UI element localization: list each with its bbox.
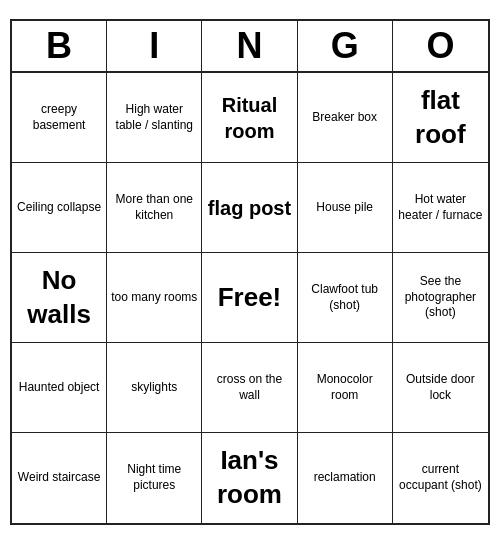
bingo-cell-10: No walls bbox=[12, 253, 107, 343]
bingo-card: BINGO creepy basementHigh water table / … bbox=[10, 19, 490, 525]
bingo-cell-20: Weird staircase bbox=[12, 433, 107, 523]
bingo-cell-15: Haunted object bbox=[12, 343, 107, 433]
bingo-cell-19: Outside door lock bbox=[393, 343, 488, 433]
bingo-cell-17: cross on the wall bbox=[202, 343, 297, 433]
bingo-letter-i: I bbox=[107, 21, 202, 71]
bingo-cell-18: Monocolor room bbox=[298, 343, 393, 433]
bingo-cell-14: See the photographer (shot) bbox=[393, 253, 488, 343]
bingo-cell-0: creepy basement bbox=[12, 73, 107, 163]
bingo-letter-g: G bbox=[298, 21, 393, 71]
bingo-cell-24: current occupant (shot) bbox=[393, 433, 488, 523]
bingo-header: BINGO bbox=[12, 21, 488, 73]
bingo-cell-16: skylights bbox=[107, 343, 202, 433]
bingo-cell-13: Clawfoot tub (shot) bbox=[298, 253, 393, 343]
bingo-cell-9: Hot water heater / furnace bbox=[393, 163, 488, 253]
bingo-letter-b: B bbox=[12, 21, 107, 71]
bingo-cell-21: Night time pictures bbox=[107, 433, 202, 523]
bingo-cell-5: Ceiling collapse bbox=[12, 163, 107, 253]
bingo-cell-6: More than one kitchen bbox=[107, 163, 202, 253]
bingo-cell-4: flat roof bbox=[393, 73, 488, 163]
bingo-letter-o: O bbox=[393, 21, 488, 71]
bingo-cell-7: flag post bbox=[202, 163, 297, 253]
bingo-grid: creepy basementHigh water table / slanti… bbox=[12, 73, 488, 523]
bingo-cell-3: Breaker box bbox=[298, 73, 393, 163]
bingo-cell-1: High water table / slanting bbox=[107, 73, 202, 163]
bingo-cell-22: Ian's room bbox=[202, 433, 297, 523]
bingo-cell-8: House pile bbox=[298, 163, 393, 253]
bingo-cell-23: reclamation bbox=[298, 433, 393, 523]
bingo-cell-12: Free! bbox=[202, 253, 297, 343]
bingo-cell-11: too many rooms bbox=[107, 253, 202, 343]
bingo-cell-2: Ritual room bbox=[202, 73, 297, 163]
bingo-letter-n: N bbox=[202, 21, 297, 71]
